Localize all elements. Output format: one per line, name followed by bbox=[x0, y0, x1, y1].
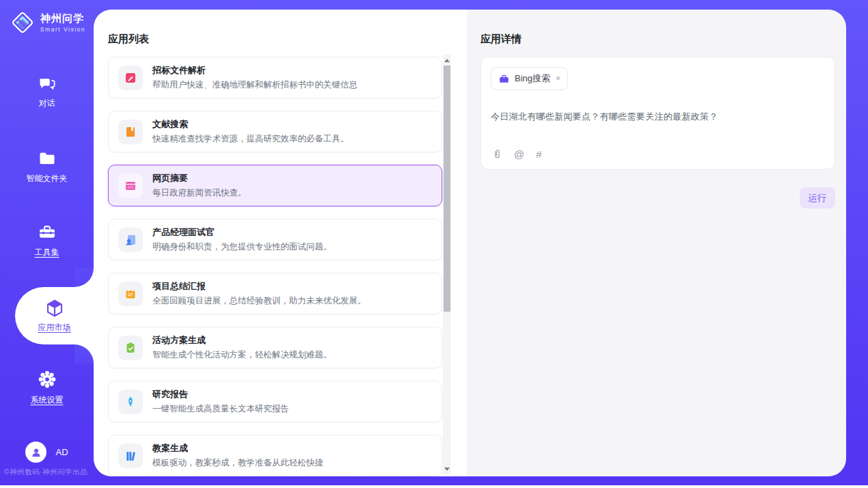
app-card-web-summary[interactable]: </> 网页摘要 每日政府新闻资讯快查。 bbox=[108, 165, 442, 206]
app-card-bid-parse[interactable]: 招标文件解析 帮助用户快速、准确地理解和解析招标书中的关键信息 bbox=[108, 57, 442, 98]
hashtag-icon[interactable]: # bbox=[536, 148, 541, 160]
app-card-desc: 帮助用户快速、准确地理解和解析招标书中的关键信息 bbox=[152, 79, 357, 91]
bubble-curve-bottom bbox=[74, 344, 94, 364]
app-card-title: 项目总结汇报 bbox=[152, 280, 366, 293]
summary-icon bbox=[124, 287, 137, 301]
app-icon-tile bbox=[118, 390, 143, 414]
tool-tag-bing-search[interactable]: Bing搜索 × bbox=[491, 67, 568, 90]
toolbox-icon bbox=[38, 223, 57, 242]
app-cards: 招标文件解析 帮助用户快速、准确地理解和解析招标书中的关键信息 bbox=[108, 57, 442, 476]
cube-icon bbox=[44, 298, 65, 318]
app-card-desc: 明确身份和职责，为您提供专业性的面试问题。 bbox=[152, 241, 332, 253]
tool-tag-label: Bing搜索 bbox=[515, 72, 550, 85]
app-card-desc: 一键智能生成高质量长文本研究报告 bbox=[152, 403, 289, 415]
diamond-logo-icon bbox=[10, 10, 36, 36]
chat-icon bbox=[38, 74, 57, 93]
question-text[interactable]: 今日湖北有哪些新闻要点？有哪些需要关注的最新政策？ bbox=[491, 111, 825, 123]
app-card-title: 研究报告 bbox=[152, 388, 289, 401]
folder-icon bbox=[38, 149, 57, 168]
app-icon-tile bbox=[118, 120, 143, 144]
app-card-activity-plan[interactable]: 活动方案生成 智能生成个性化活动方案，轻松解决规划难题。 bbox=[108, 327, 442, 368]
app-detail-card: Bing搜索 × 今日湖北有哪些新闻要点？有哪些需要关注的最新政策？ @ # bbox=[480, 57, 835, 170]
content-shell: 应用列表 招标文件解析 帮助用户快速、准确地理解和解析招标书中的关键信息 bbox=[94, 10, 846, 476]
app-frame: 神州问学 Smart Vision 对话 智能文件夹 bbox=[0, 0, 868, 485]
app-icon-tile bbox=[118, 336, 143, 360]
app-card-literature-search[interactable]: 文献搜索 快速精准查找学术资源，提高研究效率的必备工具。 bbox=[108, 111, 442, 152]
app-card-desc: 快速精准查找学术资源，提高研究效率的必备工具。 bbox=[152, 133, 349, 145]
scroll-down-icon[interactable] bbox=[443, 465, 451, 473]
brand-tagline: Smart Vision bbox=[40, 26, 85, 33]
tag-close-icon[interactable]: × bbox=[556, 74, 560, 83]
scroll-up-icon[interactable] bbox=[443, 56, 451, 64]
app-card-title: 文献搜索 bbox=[152, 118, 349, 131]
sidebar-item-chat[interactable]: 对话 bbox=[0, 74, 94, 109]
brand-name: 神州问学 bbox=[40, 12, 85, 25]
app-card-title: 网页摘要 bbox=[152, 172, 247, 185]
scrollbar-thumb[interactable] bbox=[444, 66, 450, 312]
lesson-icon bbox=[124, 449, 137, 463]
avatar bbox=[25, 442, 46, 463]
app-card-project-summary[interactable]: 项目总结汇报 全面回顾项目进展，总结经验教训，助力未来优化发展。 bbox=[108, 273, 442, 314]
app-detail-title: 应用详情 bbox=[480, 33, 835, 46]
briefcase-icon bbox=[498, 73, 510, 85]
app-card-title: 活动方案生成 bbox=[152, 334, 332, 347]
mention-icon[interactable]: @ bbox=[514, 148, 524, 160]
app-card-desc: 模板驱动，教案秒成，教学准备从此轻松快捷 bbox=[152, 457, 323, 469]
list-scrollbar[interactable] bbox=[443, 55, 451, 474]
app-icon-tile bbox=[118, 228, 143, 252]
user-account[interactable]: AD bbox=[0, 442, 94, 463]
app-list-panel: 应用列表 招标文件解析 帮助用户快速、准确地理解和解析招标书中的关键信息 bbox=[94, 10, 467, 476]
person-icon bbox=[29, 446, 43, 459]
app-icon-tile: </> bbox=[118, 174, 143, 198]
app-icon-tile bbox=[118, 66, 143, 90]
sidebar-item-settings[interactable]: 系统设置 bbox=[0, 369, 94, 406]
sidebar-item-label: 智能文件夹 bbox=[27, 173, 68, 185]
research-icon bbox=[124, 395, 137, 409]
app-card-research-report[interactable]: 研究报告 一键智能生成高质量长文本研究报告 bbox=[108, 381, 442, 422]
app-icon-tile bbox=[118, 282, 143, 306]
sidebar-item-label: 系统设置 bbox=[31, 394, 64, 406]
user-name: AD bbox=[55, 447, 68, 457]
webpage-icon: </> bbox=[124, 179, 137, 193]
sidebar-item-label: 工具集 bbox=[35, 247, 59, 258]
app-card-desc: 每日政府新闻资讯快查。 bbox=[152, 187, 247, 199]
app-card-pm-interviewer[interactable]: 产品经理面试官 明确身份和职责，为您提供专业性的面试问题。 bbox=[108, 219, 442, 260]
book-icon bbox=[124, 125, 137, 139]
app-card-title: 招标文件解析 bbox=[152, 64, 357, 77]
sidebar: 神州问学 Smart Vision 对话 智能文件夹 bbox=[0, 0, 94, 485]
bubble-curve-top bbox=[74, 268, 94, 287]
interviewer-icon bbox=[124, 233, 137, 247]
app-card-desc: 智能生成个性化活动方案，轻松解决规划难题。 bbox=[152, 349, 332, 361]
app-card-title: 教案生成 bbox=[152, 442, 323, 455]
sidebar-item-label: 对话 bbox=[39, 98, 55, 109]
bottom-strip bbox=[0, 485, 868, 488]
svg-text:</>: </> bbox=[127, 185, 133, 189]
gear-icon bbox=[37, 369, 57, 390]
sidebar-item-app-market[interactable]: 应用市场 bbox=[15, 287, 94, 344]
sidebar-item-label: 应用市场 bbox=[38, 322, 71, 334]
paperclip-icon[interactable] bbox=[492, 148, 502, 160]
app-icon-tile bbox=[118, 444, 143, 468]
app-list-title: 应用列表 bbox=[108, 33, 467, 46]
brand-logo: 神州问学 Smart Vision bbox=[10, 10, 85, 36]
sidebar-item-toolbox[interactable]: 工具集 bbox=[0, 223, 94, 258]
bid-parse-icon bbox=[124, 71, 137, 85]
activity-plan-icon bbox=[124, 341, 137, 355]
app-card-title: 产品经理面试官 bbox=[152, 226, 332, 239]
attachment-toolbar: @ # bbox=[492, 148, 542, 160]
run-button[interactable]: 运行 bbox=[800, 187, 835, 208]
sidebar-item-smart-folder[interactable]: 智能文件夹 bbox=[0, 149, 94, 185]
app-card-desc: 全面回顾项目进展，总结经验教训，助力未来优化发展。 bbox=[152, 295, 366, 307]
app-card-lesson-plan[interactable]: 教案生成 模板驱动，教案秒成，教学准备从此轻松快捷 bbox=[108, 435, 442, 476]
copyright-text: ©神州数码·神州问学出品 bbox=[4, 467, 94, 477]
app-detail-panel: 应用详情 Bing搜索 × 今日湖北有哪些新闻要点？有哪些需要关注的最新政策？ … bbox=[467, 10, 846, 476]
